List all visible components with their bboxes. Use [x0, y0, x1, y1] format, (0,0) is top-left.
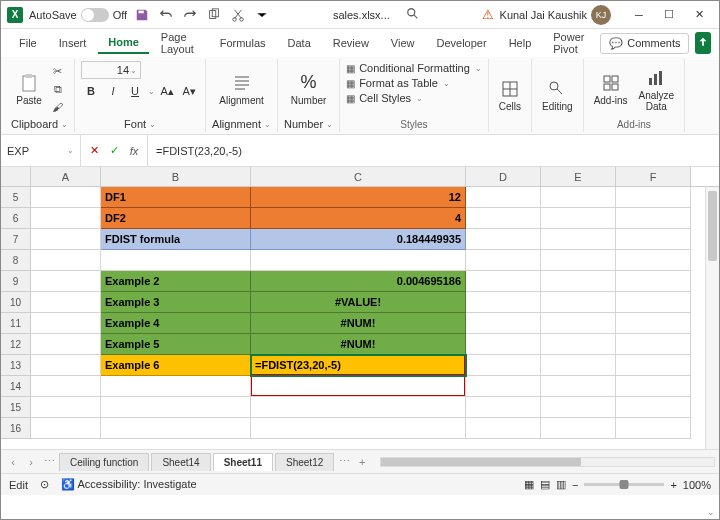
- cell-E11[interactable]: [541, 313, 616, 334]
- col-header-C[interactable]: C: [251, 167, 466, 186]
- zoom-level[interactable]: 100%: [683, 479, 711, 491]
- close-icon[interactable]: ✕: [685, 4, 713, 26]
- cell-E16[interactable]: [541, 418, 616, 439]
- sheet-tab-14[interactable]: Sheet14: [151, 453, 210, 471]
- qat-more-icon[interactable]: [253, 6, 271, 24]
- cell-A14[interactable]: [31, 376, 101, 397]
- zoom-in-icon[interactable]: +: [670, 479, 676, 491]
- cell-A12[interactable]: [31, 334, 101, 355]
- cell-D8[interactable]: [466, 250, 541, 271]
- cell-B9[interactable]: Example 2: [101, 271, 251, 292]
- user-account[interactable]: Kunal Jai Kaushik KJ: [500, 5, 611, 25]
- cell-D10[interactable]: [466, 292, 541, 313]
- cell-A16[interactable]: [31, 418, 101, 439]
- col-header-E[interactable]: E: [541, 167, 616, 186]
- tab-power-pivot[interactable]: Power Pivot: [543, 27, 598, 59]
- cell-C8[interactable]: [251, 250, 466, 271]
- sheet-nav-prev-icon[interactable]: ‹: [5, 454, 21, 470]
- row-header[interactable]: 11: [1, 313, 31, 334]
- cell-C9[interactable]: 0.004695186: [251, 271, 466, 292]
- tab-review[interactable]: Review: [323, 33, 379, 53]
- cancel-formula-icon[interactable]: ✕: [85, 142, 103, 160]
- bold-button[interactable]: B: [81, 82, 101, 100]
- view-normal-icon[interactable]: ▦: [524, 478, 534, 491]
- share-button[interactable]: [695, 32, 711, 54]
- cell-C7[interactable]: 0.184449935: [251, 229, 466, 250]
- cell-E10[interactable]: [541, 292, 616, 313]
- tab-home[interactable]: Home: [98, 32, 149, 54]
- row-header[interactable]: 9: [1, 271, 31, 292]
- cell-D12[interactable]: [466, 334, 541, 355]
- cell-B11[interactable]: Example 4: [101, 313, 251, 334]
- cell-F5[interactable]: [616, 187, 691, 208]
- spreadsheet-grid[interactable]: A B C D E F 5DF1126DF247FDIST formula0.1…: [1, 167, 719, 449]
- new-sheet-icon[interactable]: +: [354, 454, 370, 470]
- decrease-font-icon[interactable]: A▾: [179, 82, 199, 100]
- minimize-icon[interactable]: ─: [625, 4, 653, 26]
- cell-E14[interactable]: [541, 376, 616, 397]
- row-header[interactable]: 5: [1, 187, 31, 208]
- fx-icon[interactable]: fx: [125, 142, 143, 160]
- cell-F13[interactable]: [616, 355, 691, 376]
- analyze-data-button[interactable]: Analyze Data: [635, 66, 679, 114]
- italic-button[interactable]: I: [103, 82, 123, 100]
- format-as-table-button[interactable]: ▦ Format as Table ⌄: [346, 76, 450, 90]
- toggle-off-icon[interactable]: [81, 8, 109, 22]
- cell-C12[interactable]: #NUM!: [251, 334, 466, 355]
- cut-button[interactable]: ✂: [49, 63, 67, 79]
- cell-styles-button[interactable]: ▦ Cell Styles ⌄: [346, 91, 423, 105]
- cell-F10[interactable]: [616, 292, 691, 313]
- autosave-toggle[interactable]: AutoSave Off: [29, 8, 127, 22]
- collapse-ribbon-icon[interactable]: ⌄: [707, 507, 715, 517]
- cell-C15[interactable]: [251, 397, 466, 418]
- editing-button[interactable]: Editing: [538, 77, 577, 114]
- row-header[interactable]: 7: [1, 229, 31, 250]
- save-icon[interactable]: [133, 6, 151, 24]
- cell-E7[interactable]: [541, 229, 616, 250]
- font-size-input[interactable]: 14 ⌄: [81, 61, 141, 79]
- row-header[interactable]: 10: [1, 292, 31, 313]
- col-header-A[interactable]: A: [31, 167, 101, 186]
- col-header-F[interactable]: F: [616, 167, 691, 186]
- cell-B14[interactable]: [101, 376, 251, 397]
- scroll-thumb[interactable]: [708, 191, 717, 261]
- cell-B12[interactable]: Example 5: [101, 334, 251, 355]
- undo-icon[interactable]: [157, 6, 175, 24]
- cell-F8[interactable]: [616, 250, 691, 271]
- underline-button[interactable]: U: [125, 82, 145, 100]
- cell-B5[interactable]: DF1: [101, 187, 251, 208]
- cell-F12[interactable]: [616, 334, 691, 355]
- cell-A9[interactable]: [31, 271, 101, 292]
- cell-B15[interactable]: [101, 397, 251, 418]
- cut-icon[interactable]: [229, 6, 247, 24]
- cell-D14[interactable]: [466, 376, 541, 397]
- tab-formulas[interactable]: Formulas: [210, 33, 276, 53]
- conditional-formatting-button[interactable]: ▦ Conditional Formatting ⌄: [346, 61, 482, 75]
- cell-C16[interactable]: [251, 418, 466, 439]
- row-header[interactable]: 13: [1, 355, 31, 376]
- cell-A6[interactable]: [31, 208, 101, 229]
- cell-B6[interactable]: DF2: [101, 208, 251, 229]
- tab-view[interactable]: View: [381, 33, 425, 53]
- cells-button[interactable]: Cells: [495, 77, 525, 114]
- zoom-out-icon[interactable]: −: [572, 479, 578, 491]
- cell-E13[interactable]: [541, 355, 616, 376]
- alignment-button[interactable]: Alignment: [215, 71, 267, 108]
- cell-F16[interactable]: [616, 418, 691, 439]
- select-all-corner[interactable]: [1, 167, 31, 186]
- cell-E8[interactable]: [541, 250, 616, 271]
- number-button[interactable]: %Number: [287, 70, 331, 108]
- tab-page-layout[interactable]: Page Layout: [151, 27, 208, 59]
- cell-D11[interactable]: [466, 313, 541, 334]
- cell-C10[interactable]: #VALUE!: [251, 292, 466, 313]
- tab-file[interactable]: File: [9, 33, 47, 53]
- row-header[interactable]: 6: [1, 208, 31, 229]
- cell-D5[interactable]: [466, 187, 541, 208]
- hscroll-thumb[interactable]: [381, 458, 581, 466]
- cell-C13[interactable]: =FDIST(23,20,-5): [251, 355, 466, 376]
- sheet-tab-12[interactable]: Sheet12: [275, 453, 334, 471]
- sheet-tab-ceiling[interactable]: Ceiling function: [59, 453, 149, 471]
- sheet-nav-more-icon[interactable]: ⋯: [41, 454, 57, 470]
- cell-B8[interactable]: [101, 250, 251, 271]
- cell-A5[interactable]: [31, 187, 101, 208]
